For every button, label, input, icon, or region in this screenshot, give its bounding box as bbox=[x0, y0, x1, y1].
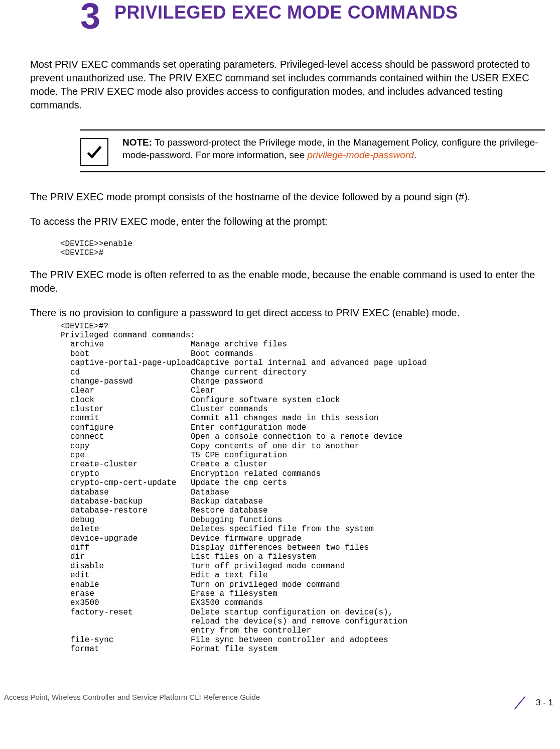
command-desc: Encryption related commands bbox=[191, 469, 321, 478]
command-desc: Configure software system clock bbox=[191, 396, 340, 405]
command-desc: Display differences between two files bbox=[191, 543, 369, 552]
command-row: database-backupBackup database bbox=[60, 497, 545, 506]
command-desc: Restore database bbox=[191, 506, 268, 515]
chapter-title: PRIVILEGED EXEC MODE COMMANDS bbox=[114, 2, 458, 23]
command-name: device-upgrade bbox=[60, 534, 191, 543]
command-desc: List files on a filesystem bbox=[191, 552, 316, 561]
command-desc: Update the cmp certs bbox=[191, 478, 287, 487]
command-name: ex3500 bbox=[60, 598, 191, 607]
paragraph-access-instr: To access the PRIV EXEC mode, enter the … bbox=[30, 215, 545, 228]
checkmark-icon bbox=[80, 138, 108, 166]
command-desc: Copy contents of one dir to another bbox=[191, 442, 359, 451]
command-row: dirList files on a filesystem bbox=[60, 552, 545, 561]
note-label: NOTE: bbox=[122, 137, 152, 148]
command-row: reload the device(s) and remove configur… bbox=[60, 617, 545, 626]
command-row: eraseErase a filesystem bbox=[60, 589, 545, 598]
command-name: create-cluster bbox=[60, 460, 191, 469]
command-name: enable bbox=[60, 580, 191, 589]
slash-icon bbox=[511, 694, 529, 712]
command-row: clearClear bbox=[60, 386, 545, 395]
command-row: entry from the controller bbox=[60, 626, 545, 635]
command-row: captive-portal-page-uploadCaptive portal… bbox=[60, 358, 545, 367]
paragraph-enable-mode: The PRIV EXEC mode is often referred to … bbox=[30, 268, 545, 295]
note-link[interactable]: privilege-mode-password bbox=[308, 150, 414, 160]
command-name: format bbox=[60, 645, 191, 654]
command-name: crypto bbox=[60, 469, 191, 478]
command-name: boot bbox=[60, 349, 191, 358]
command-desc: Database bbox=[191, 488, 229, 497]
command-name: archive bbox=[60, 340, 191, 349]
command-row: database-restoreRestore database bbox=[60, 506, 545, 515]
svg-line-0 bbox=[515, 697, 525, 709]
command-row: editEdit a text file bbox=[60, 571, 545, 580]
command-desc: T5 CPE configuration bbox=[191, 451, 287, 460]
command-name: change-passwd bbox=[60, 377, 191, 386]
command-desc: Open a console connection to a remote de… bbox=[191, 432, 402, 441]
command-row: file-syncFile sync between controller an… bbox=[60, 636, 545, 645]
command-list: <DEVICE>#? Privileged command commands: … bbox=[60, 322, 545, 654]
command-row: bootBoot commands bbox=[60, 349, 545, 358]
command-desc: Device firmware upgrade bbox=[191, 534, 302, 543]
command-name: database-backup bbox=[60, 497, 191, 506]
command-name: clear bbox=[60, 386, 191, 395]
command-name: file-sync bbox=[60, 636, 191, 645]
command-name: debug bbox=[60, 516, 191, 525]
command-row: disableTurn off privileged mode command bbox=[60, 562, 545, 571]
command-name: database bbox=[60, 488, 191, 497]
note-block: NOTE: To password-protect the Privilege … bbox=[80, 129, 545, 173]
paragraph-prompt-desc: The PRIV EXEC mode prompt consists of th… bbox=[30, 190, 545, 204]
command-row: copyCopy contents of one dir to another bbox=[60, 442, 545, 451]
command-row: formatFormat file system bbox=[60, 645, 545, 654]
command-row: enableTurn on privileged mode command bbox=[60, 580, 545, 589]
command-row: crypto-cmp-cert-updateUpdate the cmp cer… bbox=[60, 478, 545, 487]
note-text: NOTE: To password-protect the Privilege … bbox=[122, 136, 545, 162]
command-name: database-restore bbox=[60, 506, 191, 515]
command-name: dir bbox=[60, 552, 191, 561]
command-row: ex3500EX3500 commands bbox=[60, 598, 545, 607]
command-desc: Captive portal internal and advanced pag… bbox=[196, 358, 427, 367]
command-desc: Create a cluster bbox=[191, 460, 268, 469]
paragraph-no-password: There is no provision to configure a pas… bbox=[30, 306, 545, 320]
command-desc: Edit a text file bbox=[191, 571, 268, 580]
command-row: clusterCluster commands bbox=[60, 405, 545, 414]
command-row: device-upgradeDevice firmware upgrade bbox=[60, 534, 545, 543]
command-desc: Debugging functions bbox=[191, 516, 282, 525]
command-name: cd bbox=[60, 368, 191, 377]
command-row: cryptoEncryption related commands bbox=[60, 469, 545, 478]
chapter-number: 3 bbox=[30, 0, 100, 33]
intro-paragraph: Most PRIV EXEC commands set operating pa… bbox=[30, 58, 545, 112]
command-desc: reload the device(s) and remove configur… bbox=[191, 617, 407, 626]
command-name: copy bbox=[60, 442, 191, 451]
command-row: cdChange current directory bbox=[60, 368, 545, 377]
command-name: configure bbox=[60, 423, 191, 432]
command-row: change-passwdChange password bbox=[60, 377, 545, 386]
footer-guide-name: Access Point, Wireless Controller and Se… bbox=[0, 693, 260, 701]
command-desc: entry from the controller bbox=[191, 626, 311, 635]
cli-prompt-help: <DEVICE>#? bbox=[60, 322, 545, 331]
command-desc: Cluster commands bbox=[191, 405, 268, 414]
command-row: commitCommit all changes made in this se… bbox=[60, 414, 545, 423]
command-name: crypto-cmp-cert-update bbox=[60, 478, 191, 487]
command-name: diff bbox=[60, 543, 191, 552]
command-row: debugDebugging functions bbox=[60, 516, 545, 525]
command-row: databaseDatabase bbox=[60, 488, 545, 497]
command-desc: Change current directory bbox=[191, 368, 306, 377]
command-row: diffDisplay differences between two file… bbox=[60, 543, 545, 552]
command-name: cpe bbox=[60, 451, 191, 460]
chapter-header: 3 PRIVILEGED EXEC MODE COMMANDS bbox=[30, 0, 545, 33]
command-name: erase bbox=[60, 589, 191, 598]
command-desc: Backup database bbox=[191, 497, 263, 506]
command-desc: Erase a filesystem bbox=[191, 589, 277, 598]
command-name bbox=[60, 626, 191, 635]
command-name: factory-reset bbox=[60, 608, 191, 617]
command-row: create-clusterCreate a cluster bbox=[60, 460, 545, 469]
command-name: clock bbox=[60, 396, 191, 405]
command-desc: Commit all changes made in this session bbox=[191, 414, 378, 423]
command-desc: Deletes specified file from the system bbox=[191, 525, 374, 534]
command-row: connectOpen a console connection to a re… bbox=[60, 432, 545, 441]
command-row: cpeT5 CPE configuration bbox=[60, 451, 545, 460]
command-row: clockConfigure software system clock bbox=[60, 396, 545, 405]
command-row: factory-resetDelete startup configuratio… bbox=[60, 608, 545, 617]
command-desc: EX3500 commands bbox=[191, 598, 263, 607]
command-row: archiveManage archive files bbox=[60, 340, 545, 349]
